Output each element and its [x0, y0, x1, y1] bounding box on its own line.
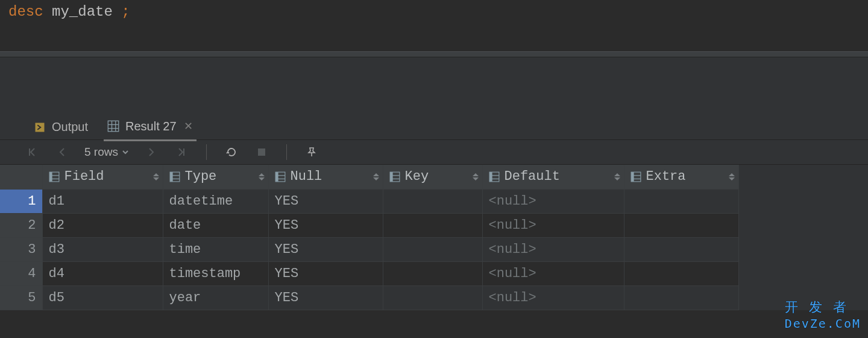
table-cell[interactable]: <null>	[482, 189, 624, 213]
table-cell[interactable]	[383, 261, 482, 285]
table-row[interactable]: 2d2dateYES<null>	[0, 213, 738, 237]
refresh-button[interactable]	[224, 144, 239, 160]
sort-icon[interactable]	[153, 173, 159, 180]
close-icon[interactable]: ✕	[184, 120, 193, 133]
sql-editor[interactable]: desc my_date ;	[0, 0, 868, 51]
svg-rect-10	[49, 172, 52, 182]
table-cell[interactable]	[624, 237, 738, 261]
table-row[interactable]: 1d1datetimeYES<null>	[0, 189, 738, 213]
sort-icon[interactable]	[614, 173, 620, 180]
row-number-cell[interactable]: 4	[0, 261, 42, 285]
column-icon	[389, 171, 400, 182]
sql-semicolon: ;	[121, 4, 130, 20]
sort-icon[interactable]	[729, 173, 735, 180]
table-cell[interactable]	[624, 213, 738, 237]
table-cell[interactable]	[383, 237, 482, 261]
corner-cell	[0, 165, 42, 189]
sort-icon[interactable]	[373, 173, 379, 180]
results-panel: Output Result 27 ✕ 5 rows	[0, 115, 868, 310]
table-cell[interactable]: d1	[42, 189, 163, 213]
table-cell[interactable]: <null>	[482, 285, 624, 310]
svg-rect-30	[631, 172, 634, 182]
table-row[interactable]: 5d5yearYES<null>	[0, 285, 738, 310]
column-label: Key	[405, 169, 429, 184]
table-cell[interactable]: date	[163, 213, 268, 237]
svg-rect-6	[258, 148, 265, 156]
first-page-button[interactable]	[24, 144, 40, 160]
toolbar-separator	[286, 144, 287, 160]
table-cell[interactable]: d2	[42, 213, 163, 237]
column-icon	[489, 171, 500, 182]
column-icon	[631, 171, 641, 182]
tab-output[interactable]: Output	[30, 118, 92, 140]
sort-icon[interactable]	[259, 173, 265, 180]
watermark-line2: DevZe.CoM	[785, 316, 861, 331]
svg-rect-1	[108, 121, 119, 132]
pin-button[interactable]	[304, 144, 319, 160]
chevron-down-icon	[122, 149, 129, 155]
table-cell[interactable]	[624, 189, 738, 213]
toolbar-separator	[206, 144, 207, 160]
tab-result[interactable]: Result 27 ✕	[104, 117, 197, 141]
table-cell[interactable]	[383, 213, 482, 237]
table-cell[interactable]: year	[163, 285, 268, 310]
table-row[interactable]: 3d3timeYES<null>	[0, 237, 738, 261]
tab-bar: Output Result 27 ✕	[0, 115, 868, 140]
column-header-type[interactable]: Type	[163, 165, 268, 189]
column-header-null[interactable]: Null	[268, 165, 383, 189]
column-label: Type	[185, 169, 217, 184]
table-cell[interactable]: d3	[42, 237, 163, 261]
column-header-default[interactable]: Default	[482, 165, 624, 189]
table-cell[interactable]: YES	[268, 237, 383, 261]
table-cell[interactable]	[624, 285, 738, 310]
row-number-cell[interactable]: 2	[0, 213, 42, 237]
table-row[interactable]: 4d4timestampYES<null>	[0, 261, 738, 285]
console-gap	[0, 57, 868, 115]
sort-icon[interactable]	[473, 173, 479, 180]
column-header-extra[interactable]: Extra	[624, 165, 738, 189]
table-header-row: Field Type Null Key	[0, 165, 738, 189]
next-page-button[interactable]	[143, 144, 159, 160]
table-cell[interactable]	[383, 189, 482, 213]
svg-rect-26	[489, 172, 492, 182]
column-label: Null	[291, 169, 322, 184]
table-cell[interactable]: <null>	[482, 237, 624, 261]
column-label: Default	[505, 169, 560, 184]
table-cell[interactable]: YES	[268, 189, 383, 213]
table-cell[interactable]: <null>	[482, 261, 624, 285]
table-cell[interactable]: YES	[268, 261, 383, 285]
row-number-cell[interactable]: 3	[0, 237, 42, 261]
sql-keyword: desc	[8, 4, 43, 20]
table-cell[interactable]: d5	[42, 285, 163, 310]
stop-button[interactable]	[254, 144, 269, 160]
table-cell[interactable]: d4	[42, 261, 163, 285]
column-label: Extra	[646, 169, 686, 184]
column-header-field[interactable]: Field	[42, 165, 163, 189]
table-cell[interactable]: <null>	[482, 213, 624, 237]
row-count-dropdown[interactable]: 5 rows	[84, 145, 129, 159]
table-cell[interactable]: time	[163, 237, 268, 261]
output-icon	[34, 121, 46, 133]
svg-rect-18	[275, 172, 278, 182]
last-page-button[interactable]	[174, 144, 189, 160]
result-grid[interactable]: Field Type Null Key	[0, 164, 868, 310]
row-number-cell[interactable]: 5	[0, 285, 42, 310]
pane-splitter[interactable]	[0, 51, 868, 57]
results-toolbar: 5 rows	[0, 140, 868, 164]
table-cell[interactable]: datetime	[163, 189, 268, 213]
table-cell[interactable]	[624, 261, 738, 285]
table-cell[interactable]: timestamp	[163, 261, 268, 285]
grid-icon	[107, 120, 119, 132]
table-cell[interactable]	[383, 285, 482, 310]
column-header-key[interactable]: Key	[383, 165, 482, 189]
table-cell[interactable]: YES	[268, 285, 383, 310]
column-icon	[275, 171, 286, 182]
tab-output-label: Output	[52, 120, 88, 134]
column-icon	[49, 171, 60, 182]
svg-rect-14	[170, 172, 173, 182]
column-label: Field	[64, 169, 104, 184]
column-icon	[169, 171, 180, 182]
table-cell[interactable]: YES	[268, 213, 383, 237]
prev-page-button[interactable]	[54, 144, 70, 160]
row-number-cell[interactable]: 1	[0, 189, 42, 213]
